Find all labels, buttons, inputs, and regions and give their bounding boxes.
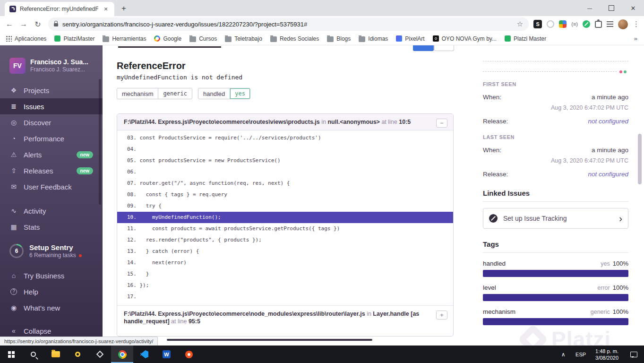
tag-key[interactable]: handled — [483, 260, 506, 267]
sidebar-nav-item[interactable]: Projects — [0, 82, 103, 98]
extension-icon[interactable] — [583, 20, 590, 28]
chrome-button[interactable] — [111, 346, 133, 363]
tag-distribution-row[interactable]: level error100% — [483, 284, 628, 301]
when-value[interactable]: a minute ago — [592, 147, 628, 154]
taskbar-app-button[interactable] — [67, 346, 89, 363]
when-value[interactable]: a minute ago — [592, 94, 628, 101]
issue-subtitle: myUndefinedFunction is not defined — [117, 74, 242, 81]
sidebar-footer-item[interactable]: What's new — [0, 300, 103, 316]
sidebar-footer-item[interactable]: Try Business — [0, 268, 103, 284]
url-text[interactable]: sentry.io/organizations/francisco-j-suar… — [62, 21, 513, 28]
windows-taskbar: ESP 1:48 p. m. 3/08/2020 — [0, 346, 644, 363]
bookmark-item[interactable]: Idiomas — [359, 35, 388, 42]
bookmark-item[interactable]: OYO NOVA Gym by... — [433, 35, 497, 42]
release-link[interactable]: not configured — [588, 118, 628, 125]
alert-dot — [79, 254, 82, 257]
tag-pill[interactable]: mechanism generic — [117, 88, 192, 99]
bookmark-item[interactable]: Google — [154, 35, 181, 42]
extension-icon[interactable] — [571, 21, 578, 27]
stack-frame-header[interactable]: F:\Platzi\44. Express.js\Proyecto\ecomme… — [117, 305, 453, 329]
bookmark-label: Aplicaciones — [15, 35, 46, 42]
org-switcher[interactable]: FV Francisco J. Sua... Francisco J. Suar… — [0, 45, 103, 74]
setup-sentry-widget[interactable]: 6 Setup Sentry 6 Remaining tasks — [0, 239, 103, 263]
sidebar-nav-item[interactable]: Stats — [0, 219, 103, 235]
bookmark-item[interactable]: Aplicaciones — [6, 35, 46, 42]
setup-issue-tracking-button[interactable]: Set up Issue Tracking — [483, 208, 628, 229]
bookmarks-overflow-icon[interactable] — [634, 35, 637, 42]
vscode-button[interactable] — [133, 346, 155, 363]
tag-distribution-row[interactable]: mechanism generic100% — [483, 308, 628, 325]
pill-key: mechanism — [117, 88, 158, 99]
word-button[interactable] — [155, 346, 178, 363]
reload-button[interactable] — [31, 17, 44, 31]
resolve-button-fragment[interactable] — [413, 45, 434, 51]
tag-key[interactable]: mechanism — [483, 308, 515, 315]
button-fragment[interactable] — [434, 45, 454, 51]
file-explorer-button[interactable] — [44, 346, 67, 363]
browser-menu-icon[interactable] — [633, 20, 637, 28]
release-link[interactable]: not configured — [588, 171, 628, 178]
sidebar-footer-item[interactable]: Help — [0, 284, 103, 300]
address-bar[interactable]: sentry.io/organizations/francisco-j-suar… — [48, 17, 529, 31]
bookmark-item[interactable]: Cursos — [189, 35, 217, 42]
action-center-button[interactable] — [623, 352, 644, 357]
tag-key[interactable]: level — [483, 284, 496, 291]
sidebar-nav-item[interactable]: Activity — [0, 203, 103, 219]
extension-icon[interactable] — [559, 20, 567, 28]
browser-profile-avatar[interactable] — [618, 19, 628, 29]
window-maximize-button[interactable] — [601, 0, 622, 16]
feedback-icon — [9, 183, 18, 190]
bookmark-item[interactable]: PixelArt — [396, 35, 424, 42]
bookmark-item[interactable]: Herramientas — [103, 35, 146, 42]
tab-close-icon[interactable] — [102, 5, 110, 13]
tag-pill[interactable]: handled yes — [198, 88, 250, 99]
window-minimize-button[interactable] — [579, 0, 601, 16]
extension-icon[interactable] — [607, 21, 613, 27]
bookmark-item[interactable]: Blogs — [327, 35, 351, 42]
window-close-button[interactable] — [622, 0, 644, 16]
issue-sidebar-panel: Platzi FIRST SEEN When: a minute ago Aug… — [465, 45, 635, 346]
diamond-app-icon — [96, 351, 104, 358]
sidebar-nav-item[interactable]: Alerts new — [0, 147, 103, 163]
sidebar-nav-item[interactable]: Performance — [0, 130, 103, 147]
sidebar-nav-item[interactable]: User Feedback — [0, 179, 103, 195]
stack-frame-header[interactable]: F:\Platzi\44. Express.js\Proyecto\ecomme… — [117, 114, 453, 130]
sidebar-footer: Try Business Help What's new Collapse — [0, 268, 103, 339]
browser-tab[interactable]: ReferenceError: myUndefinedFun... — [5, 2, 114, 16]
new-tab-button[interactable] — [117, 2, 130, 15]
bookmark-item[interactable]: PlatziMaster — [54, 35, 94, 42]
tags-heading: Tags — [483, 240, 628, 253]
taskbar-app-button[interactable] — [89, 346, 111, 363]
sidebar-scrollbar[interactable] — [99, 79, 101, 205]
code-line: 13. } catch (error) { — [117, 246, 453, 257]
sidebar-nav-item[interactable]: Releases new — [0, 163, 103, 179]
bookmark-item[interactable]: Teletrabajo — [225, 35, 262, 42]
start-button[interactable] — [0, 346, 22, 363]
system-tray: ESP 1:48 p. m. 3/08/2020 — [556, 346, 644, 363]
back-button[interactable] — [3, 17, 16, 31]
business-icon — [9, 272, 18, 279]
collapse-frame-button[interactable] — [436, 119, 447, 128]
bookmark-label: PlatziMaster — [63, 35, 94, 42]
sidebar-nav-item[interactable]: Discover — [0, 114, 103, 130]
taskbar-search-button[interactable] — [22, 346, 44, 363]
chart-gridline — [483, 61, 628, 61]
tag-distribution-row[interactable]: handled yes100% — [483, 260, 628, 277]
bookmark-star-icon[interactable] — [517, 20, 523, 28]
extension-icon[interactable] — [547, 20, 554, 28]
nav-label: Performance — [24, 135, 64, 143]
extensions-puzzle-icon[interactable] — [595, 21, 602, 28]
orange-app-icon — [185, 351, 193, 358]
page-scrollbar-thumb[interactable] — [638, 134, 642, 184]
expand-frame-button[interactable] — [436, 311, 447, 320]
forward-button[interactable] — [17, 17, 30, 31]
language-indicator[interactable]: ESP — [571, 352, 591, 357]
bookmark-item[interactable]: Platzi Master — [505, 35, 546, 42]
bookmark-item[interactable]: Redes Sociales — [270, 35, 319, 42]
tray-expand-icon[interactable] — [556, 351, 571, 358]
extension-icon[interactable] — [533, 20, 542, 28]
taskbar-clock[interactable]: 1:48 p. m. 3/08/2020 — [591, 348, 623, 361]
sidebar-nav-item[interactable]: Issues — [0, 98, 103, 114]
code-context: 03. const ProductsService = require('../… — [117, 130, 453, 305]
taskbar-app-button[interactable] — [178, 346, 200, 363]
